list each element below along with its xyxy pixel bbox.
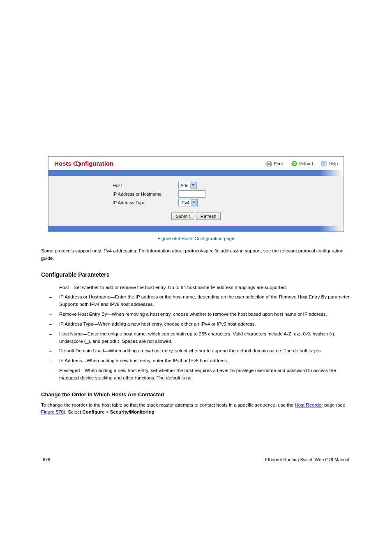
page-footer: 676 Ethernet Routing Switch Web GUI Manu… [41,457,351,462]
figure-ref-link[interactable]: Figure 570 [41,409,64,414]
list-item: Host Name—Enter the unique host name, wh… [59,329,351,347]
top-blue-bar [48,170,344,176]
ipaddr-input[interactable] [178,190,205,198]
para2-mid: page (see [323,402,345,407]
reorder-subhead: Change the Order in Which Hosts Are Cont… [41,391,351,398]
bottom-blue-bar [48,226,344,231]
print-label: Print [274,161,283,166]
list-item: Default Domain Used—When adding a new ho… [59,346,351,356]
help-label: Help [328,161,338,166]
svg-text:?: ? [323,162,325,166]
list-item: Privileged—When adding a new host entry,… [59,366,351,383]
para2-suffix: ). Select [64,409,82,414]
svg-rect-1 [267,161,270,163]
help-icon: ? [321,161,327,166]
host-select[interactable]: Add [178,182,197,189]
page-number: 676 [43,457,50,462]
list-item: Remove Host Entry By—When removing a hos… [59,310,351,319]
list-item: IP Address or Hostname—Enter the IP addr… [59,292,351,310]
params-list: Host—Set whether to add or remove the ho… [41,283,351,383]
chevron-down-icon [190,182,196,189]
figure-caption: Figure 569 Hosts Configuration page [41,236,351,241]
panel-header: Hosts Configuration Print [48,157,344,170]
product-name: Ethernet Routing Switch Web GUI Manual [265,457,349,462]
refresh-button[interactable]: Refresh [196,213,221,220]
list-item: IP Address—When adding a new host entry,… [59,356,351,366]
intro-paragraph: Some protocols support only IPv4 address… [41,247,351,262]
params-heading: Configurable Parameters [41,271,351,278]
ipaddr-label: IP Address or Hostname [113,192,178,197]
para2-bold2: Security/Monitoring [110,409,154,414]
iptype-label: IP Address Type [113,200,178,205]
reload-button[interactable]: Reload [291,161,313,166]
para2-bold1: Configure [82,409,104,414]
host-reorder-link[interactable]: Host Reorder [295,402,323,407]
list-item: IP Address Type—When adding a new host e… [59,319,351,329]
panel-title: Hosts Configuration [54,160,113,167]
host-select-value: Add [179,183,190,188]
iptype-select-value: IPv4 [179,200,191,205]
svg-rect-2 [267,164,270,166]
para2-prefix: To change the reorder to the host table … [41,402,295,407]
host-label: Host [113,183,178,188]
list-item: Host—Set whether to add or remove the ho… [59,283,351,293]
hosts-form: Host Add IP Address or Hostname IP [48,176,344,226]
panel-title-text: Hosts Configuration [54,160,113,167]
help-button[interactable]: ? Help [321,161,338,166]
reorder-paragraph: To change the reorder to the host table … [41,402,351,416]
panel-toolbar: Print Reload ? Help [265,161,338,166]
reload-icon [291,161,297,166]
print-button[interactable]: Print [265,161,283,166]
reload-label: Reload [299,161,313,166]
para2-gt: > [105,409,110,414]
submit-button[interactable]: Submit [171,213,194,220]
svg-point-3 [292,161,297,166]
hosts-config-panel: Hosts Configuration Print [48,156,344,232]
printer-icon [265,161,272,166]
iptype-select[interactable]: IPv4 [178,199,198,206]
chevron-down-icon [191,199,197,206]
